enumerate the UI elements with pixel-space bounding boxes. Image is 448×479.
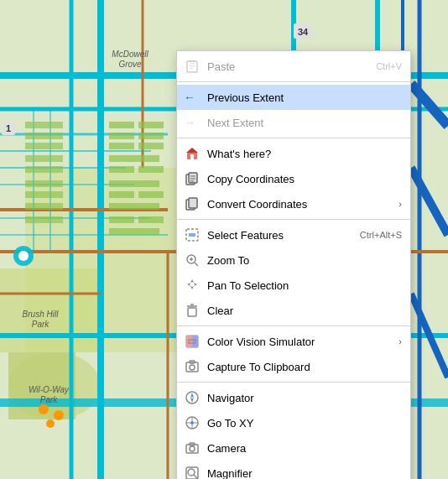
separator-4: [177, 325, 410, 326]
forward-arrow-icon: →: [184, 114, 201, 131]
separator-2: [177, 138, 410, 138]
svg-rect-60: [189, 198, 197, 208]
svg-point-89: [188, 469, 195, 476]
copy-coords-icon: [184, 170, 201, 187]
svg-rect-11: [109, 155, 159, 162]
svg-rect-5: [109, 122, 134, 128]
svg-rect-28: [25, 203, 63, 210]
svg-point-84: [190, 421, 194, 424]
svg-rect-8: [138, 133, 164, 139]
svg-text:Brush Hill: Brush Hill: [23, 310, 60, 319]
menu-item-pan-to-selection[interactable]: Pan To Selection: [177, 273, 410, 298]
svg-rect-26: [25, 180, 63, 187]
select-icon: [184, 226, 201, 243]
camera-icon: [184, 440, 201, 456]
svg-rect-23: [25, 143, 63, 149]
svg-rect-50: [190, 68, 193, 70]
back-arrow-icon: ←: [184, 89, 201, 106]
goto-icon: [184, 414, 201, 431]
eye-icon: [184, 333, 201, 350]
separator-1: [177, 81, 410, 82]
menu-item-navigator[interactable]: Navigator: [177, 385, 410, 410]
convert-coordinates-label: Convert Coordinates: [207, 198, 399, 211]
separator-3: [177, 219, 410, 220]
next-extent-label: Next Extent: [207, 117, 402, 129]
svg-rect-7: [109, 133, 134, 139]
svg-rect-62: [189, 233, 195, 237]
menu-item-previous-extent[interactable]: ← Previous Extent: [177, 85, 410, 110]
svg-rect-14: [109, 180, 159, 187]
home-icon: [184, 145, 201, 162]
menu-item-convert-coordinates[interactable]: Convert Coordinates ›: [177, 191, 410, 216]
svg-rect-25: [25, 166, 63, 173]
clear-label: Clear: [207, 305, 402, 317]
svg-rect-12: [109, 166, 134, 173]
svg-text:Wil-O-Way: Wil-O-Way: [29, 385, 70, 394]
camera-label: Camera: [207, 442, 402, 455]
color-vision-arrow: ›: [399, 336, 402, 346]
menu-item-capture-clipboard[interactable]: Capture To Clipboard: [177, 354, 410, 379]
svg-rect-29: [25, 216, 63, 223]
svg-rect-24: [25, 155, 63, 162]
svg-rect-10: [138, 143, 164, 149]
clear-icon: [184, 302, 201, 319]
svg-point-77: [190, 365, 195, 370]
menu-item-color-vision[interactable]: Color Vision Simulator ›: [177, 329, 410, 354]
svg-rect-18: [109, 216, 134, 223]
copy-coordinates-label: Copy Coordinates: [207, 173, 402, 185]
svg-rect-22: [25, 133, 63, 139]
svg-rect-53: [190, 154, 194, 159]
svg-text:Grove: Grove: [118, 60, 142, 69]
paste-shortcut: Ctrl+V: [376, 61, 402, 71]
color-vision-label: Color Vision Simulator: [207, 336, 399, 348]
menu-item-zoom-to[interactable]: Zoom To: [177, 247, 410, 273]
magnifier-icon: [184, 465, 201, 479]
menu-item-select-features[interactable]: Select Features Ctrl+Alt+S: [177, 222, 410, 247]
svg-marker-67: [187, 279, 197, 289]
svg-point-45: [46, 419, 55, 428]
pan-icon: [184, 277, 201, 294]
select-features-label: Select Features: [207, 229, 350, 242]
svg-line-90: [194, 475, 197, 478]
menu-item-camera[interactable]: Camera: [177, 435, 410, 461]
go-to-xy-label: Go To XY: [207, 417, 402, 430]
svg-text:Park: Park: [32, 320, 50, 329]
context-menu: Paste Ctrl+V ← Previous Extent → Next Ex…: [176, 50, 411, 479]
svg-rect-20: [109, 228, 159, 235]
svg-rect-13: [138, 166, 164, 173]
svg-line-64: [195, 263, 198, 266]
capture-clipboard-label: Capture To Clipboard: [207, 361, 402, 373]
svg-marker-52: [186, 148, 198, 153]
svg-point-43: [39, 404, 49, 414]
navigator-label: Navigator: [207, 392, 402, 404]
menu-item-clear[interactable]: Clear: [177, 298, 410, 323]
svg-rect-68: [188, 308, 196, 316]
convert-icon: [184, 195, 201, 212]
svg-rect-27: [25, 191, 63, 198]
svg-point-86: [190, 446, 195, 451]
svg-text:McDowell: McDowell: [112, 49, 148, 59]
whats-here-label: What's here?: [207, 148, 402, 160]
svg-rect-15: [109, 191, 134, 198]
svg-rect-6: [138, 122, 164, 128]
svg-rect-17: [109, 203, 159, 210]
menu-item-go-to-xy[interactable]: Go To XY: [177, 410, 410, 435]
capture-icon: [184, 358, 201, 375]
svg-text:1: 1: [6, 123, 11, 133]
svg-text:34: 34: [298, 27, 309, 37]
svg-rect-48: [190, 63, 195, 65]
paste-label: Paste: [207, 60, 366, 73]
zoom-icon: [184, 252, 201, 268]
magnifier-label: Magnifier: [207, 467, 402, 480]
svg-rect-19: [138, 216, 164, 223]
svg-point-44: [54, 410, 64, 420]
pan-to-selection-label: Pan To Selection: [207, 279, 402, 292]
menu-item-magnifier[interactable]: Magnifier: [177, 461, 410, 479]
menu-item-whats-here[interactable]: What's here?: [177, 141, 410, 166]
menu-item-next-extent[interactable]: → Next Extent: [177, 110, 410, 135]
svg-rect-16: [138, 191, 164, 198]
menu-item-copy-coordinates[interactable]: Copy Coordinates: [177, 166, 410, 191]
menu-item-paste[interactable]: Paste Ctrl+V: [177, 54, 410, 79]
separator-5: [177, 382, 410, 383]
previous-extent-label: Previous Extent: [207, 91, 402, 104]
